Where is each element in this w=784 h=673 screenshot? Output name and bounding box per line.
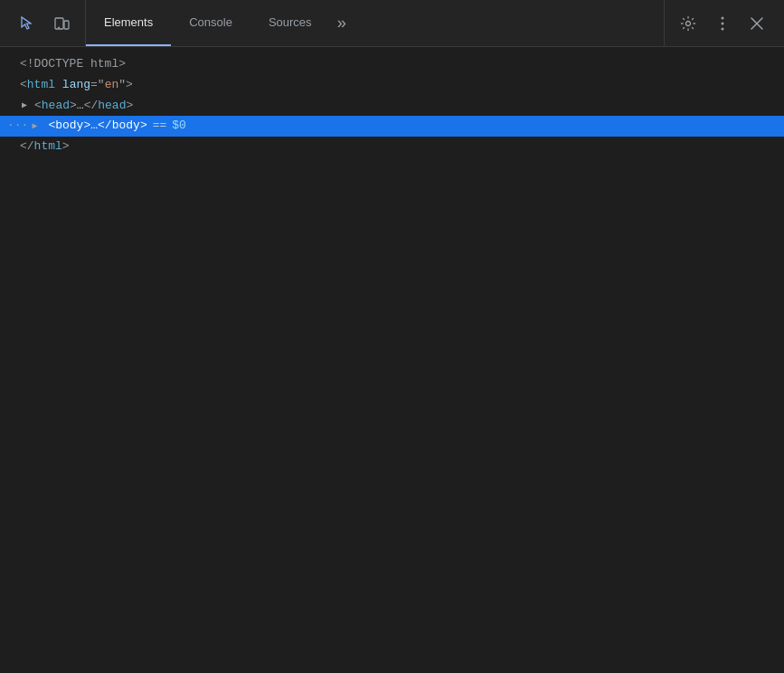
tab-elements[interactable]: Elements: [86, 0, 171, 46]
dom-line-doctype[interactable]: <!DOCTYPE html>: [0, 54, 784, 75]
doctype-text: <!DOCTYPE html>: [20, 55, 126, 74]
expander-placeholder: [7, 140, 20, 155]
dom-tree: <!DOCTYPE html> <html lang="en" > ▶ <hea…: [0, 47, 784, 165]
more-tabs-button[interactable]: »: [330, 0, 354, 46]
close-button[interactable]: [741, 7, 773, 40]
dom-line-html-open[interactable]: <html lang="en" >: [0, 75, 784, 96]
svg-point-4: [722, 16, 724, 19]
dom-dollar-zero: $0: [172, 117, 186, 136]
head-expander[interactable]: ▶: [22, 99, 34, 113]
tab-sources[interactable]: Sources: [250, 0, 330, 46]
devtools-header: Elements Console Sources »: [0, 0, 784, 47]
right-icon-group: [664, 0, 780, 46]
tab-console[interactable]: Console: [171, 0, 250, 46]
tabs-area: Elements Console Sources »: [86, 0, 664, 46]
inspect-button[interactable]: [11, 7, 43, 40]
expander-placeholder: [7, 57, 20, 71]
svg-point-3: [686, 21, 691, 25]
svg-point-6: [722, 27, 724, 30]
svg-point-5: [722, 22, 724, 24]
expander-placeholder: [7, 78, 20, 92]
dom-line-head[interactable]: ▶ <head>…</head>: [0, 96, 784, 117]
dom-dots: ···: [7, 117, 28, 136]
settings-button[interactable]: [672, 7, 704, 40]
left-icon-group: [4, 0, 86, 46]
dom-line-html-close[interactable]: </html>: [0, 137, 784, 157]
dom-equals: ==: [153, 117, 167, 136]
svg-rect-1: [64, 21, 69, 29]
device-toggle-button[interactable]: [45, 7, 78, 40]
more-options-button[interactable]: [706, 7, 739, 40]
dom-line-body[interactable]: ··· ▶ <body>…</body> == $0: [0, 116, 784, 137]
body-expander[interactable]: ▶: [32, 119, 44, 134]
